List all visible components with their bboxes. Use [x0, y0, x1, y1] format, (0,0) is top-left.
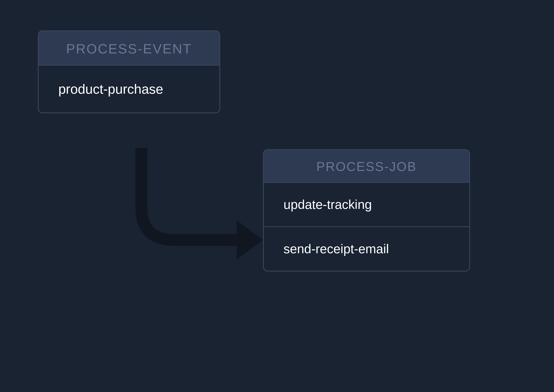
process-event-node: PROCESS-EVENT product-purchase — [38, 30, 220, 113]
flow-arrow-icon — [115, 148, 263, 266]
job-item-label: update-tracking — [284, 197, 372, 212]
process-event-title: PROCESS-EVENT — [66, 41, 192, 56]
event-item: product-purchase — [39, 65, 219, 112]
diagram-canvas: PROCESS-EVENT product-purchase PROCESS-J… — [0, 0, 554, 392]
process-job-body: update-tracking send-receipt-email — [264, 182, 469, 271]
process-event-header: PROCESS-EVENT — [39, 31, 219, 65]
job-item: send-receipt-email — [264, 226, 469, 271]
event-item-label: product-purchase — [58, 81, 163, 97]
process-job-header: PROCESS-JOB — [264, 150, 469, 182]
job-item-label: send-receipt-email — [284, 241, 389, 256]
process-job-title: PROCESS-JOB — [316, 159, 417, 174]
process-event-body: product-purchase — [39, 65, 219, 112]
job-item: update-tracking — [264, 182, 469, 226]
process-job-node: PROCESS-JOB update-tracking send-receipt… — [263, 149, 470, 272]
